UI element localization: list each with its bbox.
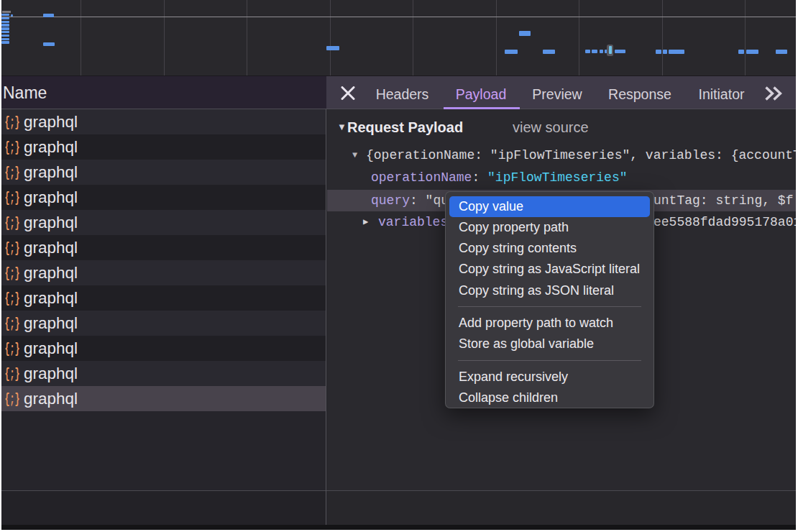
svg-text:{;}: {;}: [5, 165, 20, 180]
svg-text:{;}: {;}: [5, 190, 20, 206]
svg-text:{;}: {;}: [5, 265, 20, 281]
svg-text:{;}: {;}: [5, 114, 20, 130]
svg-text:{;}: {;}: [5, 341, 20, 357]
svg-text:{;}: {;}: [5, 366, 20, 382]
svg-text:{;}: {;}: [5, 139, 20, 155]
svg-text:{;}: {;}: [5, 391, 20, 407]
svg-text:{;}: {;}: [5, 240, 20, 256]
svg-text:{;}: {;}: [5, 316, 20, 331]
svg-text:{;}: {;}: [5, 215, 20, 231]
svg-text:{;}: {;}: [5, 290, 20, 306]
